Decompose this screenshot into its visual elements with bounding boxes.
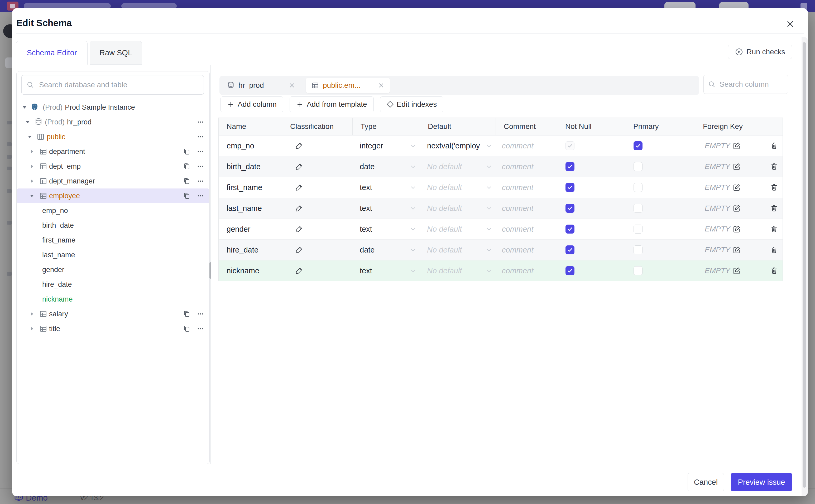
tree-row[interactable]: salary [17,307,209,321]
tree-row[interactable]: department [17,144,209,159]
default-select[interactable]: No default [420,162,496,171]
not-null-checkbox[interactable] [566,183,575,192]
copy-table-button[interactable] [183,310,191,318]
tree-row[interactable]: birth_date [17,218,209,233]
default-select[interactable]: No default [420,266,496,275]
tab-raw-sql[interactable]: Raw SQL [90,41,142,65]
edit-icon[interactable] [733,225,741,233]
close-tab-icon[interactable] [378,82,384,89]
expand-icon[interactable] [29,326,35,332]
more-options-button[interactable] [196,133,204,141]
type-select[interactable]: integer [352,142,420,150]
comment-input[interactable]: comment [496,162,557,171]
not-null-checkbox[interactable] [566,266,575,275]
primary-checkbox[interactable] [634,204,643,213]
cancel-button[interactable]: Cancel [688,473,724,491]
pencil-icon[interactable] [295,183,303,191]
not-null-checkbox[interactable] [566,162,575,171]
more-options-button[interactable] [196,118,204,126]
primary-checkbox[interactable] [634,245,643,254]
pencil-icon[interactable] [295,142,303,150]
delete-column-button[interactable] [770,225,778,233]
expand-icon[interactable] [25,119,31,125]
not-null-checkbox[interactable] [566,141,575,150]
tree-row[interactable]: emp_no [17,203,209,218]
comment-input[interactable]: comment [496,183,557,192]
delete-column-button[interactable] [770,183,778,192]
tab-schema-editor[interactable]: Schema Editor [16,41,88,65]
modal-scrollbar-thumb[interactable] [803,42,806,488]
not-null-checkbox[interactable] [566,204,575,213]
tree-row[interactable]: dept_manager [17,174,209,188]
type-select[interactable]: date [352,246,420,254]
column-name[interactable]: birth_date [219,162,282,171]
copy-table-button[interactable] [183,325,191,333]
type-select[interactable]: text [352,266,420,275]
delete-column-button[interactable] [770,266,778,275]
search-database-input[interactable]: Search database and table [21,75,204,95]
default-select[interactable]: No default [420,246,496,254]
column-name[interactable]: nickname [219,266,282,275]
comment-input[interactable]: comment [496,246,557,254]
more-options-button[interactable] [196,148,204,156]
delete-column-button[interactable] [770,204,778,212]
default-select[interactable]: No default [420,225,496,234]
edit-indexes-button[interactable]: Edit indexes [380,96,444,112]
open-tab-public-employee[interactable]: public.em... [306,78,390,93]
more-options-button[interactable] [196,325,204,333]
more-options-button[interactable] [196,177,204,185]
type-select[interactable]: date [352,162,420,171]
tree-row[interactable]: (Prod)Prod Sample Instance [17,100,209,115]
edit-icon[interactable] [733,183,741,191]
primary-checkbox[interactable] [634,225,643,234]
column-name[interactable]: emp_no [219,142,282,150]
primary-checkbox[interactable] [634,266,643,275]
preview-issue-button[interactable]: Preview issue [731,473,792,491]
edit-icon[interactable] [733,204,741,212]
tree-row[interactable]: last_name [17,248,209,262]
run-checks-button[interactable]: Run checks [728,45,792,59]
expand-icon[interactable] [29,149,35,154]
tree-row[interactable]: employee [17,188,209,203]
expand-icon[interactable] [29,311,35,317]
edit-icon[interactable] [733,142,741,150]
add-from-template-button[interactable]: Add from template [289,96,374,112]
not-null-checkbox[interactable] [566,245,575,254]
primary-checkbox[interactable] [634,162,643,171]
copy-table-button[interactable] [183,177,191,185]
primary-checkbox[interactable] [634,183,643,192]
column-name[interactable]: hire_date [219,246,282,254]
pencil-icon[interactable] [295,204,303,212]
expand-icon[interactable] [22,104,27,110]
type-select[interactable]: text [352,183,420,192]
open-tab-hr-prod[interactable]: hr_prod [221,76,301,95]
tree-row[interactable]: dept_emp [17,159,209,174]
delete-column-button[interactable] [770,162,778,171]
type-select[interactable]: text [352,225,420,234]
delete-column-button[interactable] [770,246,778,254]
tree-row[interactable]: public [17,129,209,144]
tree-row[interactable]: nickname [17,292,209,307]
pencil-icon[interactable] [295,163,303,171]
add-column-button[interactable]: Add column [220,96,283,112]
close-icon[interactable] [785,19,795,29]
pencil-icon[interactable] [295,225,303,233]
expand-icon[interactable] [29,178,35,184]
tree-row[interactable]: title [17,321,209,336]
more-options-button[interactable] [196,192,204,200]
panel-resize-handle[interactable] [209,262,211,279]
not-null-checkbox[interactable] [566,225,575,234]
comment-input[interactable]: comment [496,204,557,213]
column-name[interactable]: first_name [219,183,282,192]
expand-icon[interactable] [27,134,33,140]
type-select[interactable]: text [352,204,420,213]
search-column-input[interactable]: Search column [703,75,788,94]
tree-row[interactable]: hire_date [17,277,209,292]
column-name[interactable]: gender [219,225,282,234]
expand-icon[interactable] [29,193,35,199]
default-select[interactable]: nextval('employ [420,142,496,150]
primary-checkbox[interactable] [634,141,643,150]
default-select[interactable]: No default [420,204,496,213]
pencil-icon[interactable] [295,246,303,254]
close-tab-icon[interactable] [288,82,295,89]
